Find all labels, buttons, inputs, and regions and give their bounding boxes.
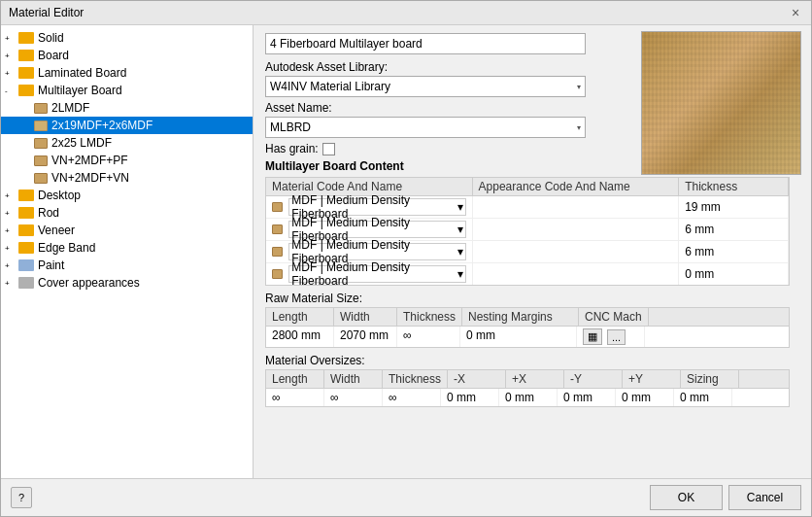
over-header-thickness: Thickness xyxy=(383,370,448,388)
sidebar-item-board[interactable]: + Board xyxy=(1,47,253,64)
sidebar-label-edge-band: Edge Band xyxy=(38,241,95,255)
has-grain-checkbox[interactable] xyxy=(322,143,335,155)
layer1-thickness: 19 mm xyxy=(679,196,789,218)
preview-texture xyxy=(642,32,800,174)
sidebar-label-laminated-board: Laminated Board xyxy=(38,66,126,80)
sidebar-item-vn2mdfvn[interactable]: VN+2MDF+VN xyxy=(1,169,253,187)
folder-icon xyxy=(18,85,34,96)
sidebar-item-laminated-board[interactable]: + Laminated Board xyxy=(1,64,253,82)
material-icon xyxy=(34,138,48,149)
over-header-length: Length xyxy=(266,370,324,388)
layer1-appear-cell xyxy=(473,196,680,218)
sidebar-label-solid: Solid xyxy=(38,31,64,45)
sidebar-item-paint[interactable]: + Paint xyxy=(1,257,253,274)
sidebar-item-2x25lmdf[interactable]: 2x25 LMDF xyxy=(1,134,253,152)
raw-material-label: Raw Material Size: xyxy=(265,292,799,305)
over-sizing: 0 mm xyxy=(674,389,732,406)
sidebar-item-2lmdf[interactable]: 2LMDF xyxy=(1,99,253,117)
sidebar-label-multilayer-board: Multilayer Board xyxy=(38,84,122,97)
material-icon xyxy=(272,269,283,279)
expand-icon: + xyxy=(5,279,15,288)
folder-icon xyxy=(18,50,34,61)
sidebar-item-veneer[interactable]: + Veneer xyxy=(1,222,253,239)
raw-material-table: Length Width Thickness Nesting Margins C… xyxy=(265,307,790,348)
raw-width: 2070 mm xyxy=(334,327,397,347)
layer2-material-dropdown[interactable]: MDF | Medium Density Fiberboard ▾ xyxy=(288,221,465,238)
sidebar-item-edge-band[interactable]: + Edge Band xyxy=(1,239,253,257)
expand-icon: + xyxy=(5,34,15,43)
oversizes-table-row: ∞ ∞ ∞ 0 mm 0 mm 0 mm 0 mm 0 mm xyxy=(266,389,789,406)
layer2-thickness: 6 mm xyxy=(679,219,789,240)
material-icon xyxy=(272,224,283,234)
raw-length: 2800 mm xyxy=(266,327,334,347)
folder-icon xyxy=(18,224,34,236)
layer2-appear-cell xyxy=(473,219,680,240)
material-icon xyxy=(34,103,48,114)
asset-name-dropdown[interactable]: MLBRD ▾ xyxy=(265,117,586,138)
expand-icon: + xyxy=(5,244,15,253)
raw-header-thickness: Thickness xyxy=(397,308,462,326)
help-button[interactable]: ? xyxy=(11,487,32,508)
material-icon xyxy=(34,121,48,131)
layer1-material-dropdown[interactable]: MDF | Medium Density Fiberboard ▾ xyxy=(288,198,465,216)
raw-cnc-cell: ▦ ... xyxy=(577,327,645,347)
dialog-body: + Solid + Board + Laminated Board - Mult… xyxy=(1,25,811,478)
dropdown-arrow-icon: ▾ xyxy=(577,83,581,91)
over-header-neg-x: -X xyxy=(448,370,506,388)
sidebar-item-desktop[interactable]: + Desktop xyxy=(1,187,253,204)
cnc-button2[interactable]: ... xyxy=(607,329,626,345)
paint-icon xyxy=(18,259,34,271)
over-width: ∞ xyxy=(324,389,383,406)
cnc-button1[interactable]: ▦ xyxy=(583,328,602,345)
autodesk-library-dropdown[interactable]: W4INV Material Library ▾ xyxy=(265,76,586,97)
main-area: Autodesk Asset Library: W4INV Material L… xyxy=(254,25,811,478)
oversizes-table: Length Width Thickness -X +X -Y +Y Sizin… xyxy=(265,369,790,407)
sidebar-item-multilayer-board[interactable]: - Multilayer Board xyxy=(1,82,253,99)
sidebar-label-cover-appearances: Cover appearances xyxy=(38,276,140,290)
title-bar: Material Editor × xyxy=(1,1,811,25)
raw-nesting: 0 mm xyxy=(460,327,577,347)
table-row: MDF | Medium Density Fiberboard ▾ 0 mm xyxy=(266,263,789,285)
sidebar: + Solid + Board + Laminated Board - Mult… xyxy=(1,25,254,478)
raw-header-cnc: CNC Mach xyxy=(579,308,649,326)
sidebar-item-solid[interactable]: + Solid xyxy=(1,29,253,47)
layers-table: Material Code And Name Appearance Code A… xyxy=(265,177,790,286)
close-button[interactable]: × xyxy=(788,5,803,20)
layer1-material-cell: MDF | Medium Density Fiberboard ▾ xyxy=(266,196,473,218)
over-neg-y: 0 mm xyxy=(558,389,616,406)
over-pos-x: 0 mm xyxy=(499,389,558,406)
raw-thickness: ∞ xyxy=(397,327,460,347)
layer3-material-cell: MDF | Medium Density Fiberboard ▾ xyxy=(266,241,473,262)
layer4-thickness: 0 mm xyxy=(679,263,789,285)
sidebar-label-2x19mdf: 2x19MDF+2x6MDF xyxy=(51,119,152,132)
raw-header-width: Width xyxy=(334,308,397,326)
material-name-input[interactable] xyxy=(265,33,586,54)
sidebar-label-vn2mdfpf: VN+2MDF+PF xyxy=(51,154,128,167)
folder-icon xyxy=(18,190,34,201)
sidebar-item-cover-appearances[interactable]: + Cover appearances xyxy=(1,274,253,292)
layer3-appear-cell xyxy=(473,241,680,262)
sidebar-item-vn2mdfpf[interactable]: VN+2MDF+PF xyxy=(1,152,253,169)
material-icon xyxy=(272,247,283,257)
material-icon xyxy=(34,155,48,166)
raw-header-nesting: Nesting Margins xyxy=(462,308,579,326)
folder-icon xyxy=(18,32,34,44)
sidebar-label-rod: Rod xyxy=(38,206,59,220)
layer4-material-dropdown[interactable]: MDF | Medium Density Fiberboard ▾ xyxy=(288,265,465,283)
cancel-button[interactable]: Cancel xyxy=(728,485,801,510)
folder-icon xyxy=(18,242,34,254)
raw-material-section: Raw Material Size: Length Width Thicknes… xyxy=(265,292,799,348)
sidebar-label-desktop: Desktop xyxy=(38,189,81,202)
material-icon xyxy=(272,202,283,212)
header-thickness: Thickness xyxy=(679,178,789,195)
oversizes-label: Material Oversizes: xyxy=(265,354,799,367)
sidebar-item-2x19mdf[interactable]: 2x19MDF+2x6MDF xyxy=(1,117,253,134)
sidebar-item-rod[interactable]: + Rod xyxy=(1,204,253,222)
oversizes-section: Material Oversizes: Length Width Thickne… xyxy=(265,354,799,407)
folder-icon xyxy=(18,67,34,79)
layer3-material-dropdown[interactable]: MDF | Medium Density Fiberboard ▾ xyxy=(288,243,465,260)
material-editor-dialog: Material Editor × + Solid + Board + Lami… xyxy=(0,0,812,517)
dropdown-arrow6-icon: ▾ xyxy=(457,267,463,281)
dropdown-arrow3-icon: ▾ xyxy=(457,200,463,214)
ok-button[interactable]: OK xyxy=(650,485,723,510)
